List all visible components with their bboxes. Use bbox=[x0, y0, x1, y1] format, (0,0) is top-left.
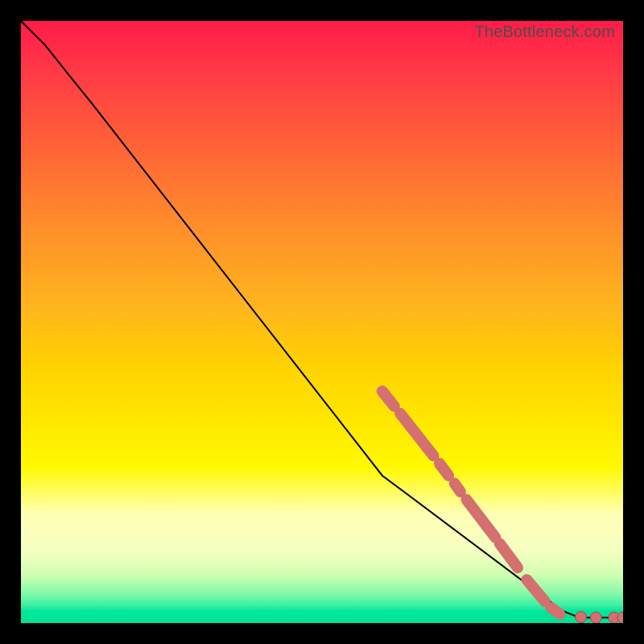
chart-area: TheBottleneck.com bbox=[21, 21, 623, 623]
marker-segment bbox=[440, 464, 448, 476]
marker-segment bbox=[455, 484, 460, 492]
marker-segment bbox=[400, 414, 433, 456]
chart-markers bbox=[382, 391, 623, 623]
marker-segment bbox=[467, 500, 496, 538]
chart-curve bbox=[21, 21, 623, 617]
marker-dot bbox=[576, 612, 587, 623]
marker-segment bbox=[382, 391, 394, 407]
marker-segment bbox=[526, 580, 545, 601]
chart-svg bbox=[21, 21, 623, 623]
marker-segment bbox=[500, 543, 518, 568]
marker-segment bbox=[551, 608, 559, 614]
marker-dot bbox=[590, 612, 601, 623]
